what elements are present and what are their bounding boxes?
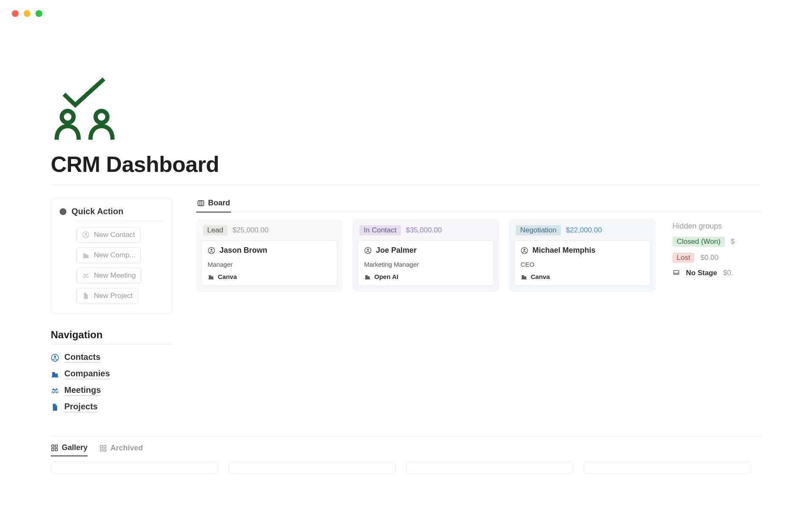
tab-archived[interactable]: Archived <box>99 443 143 456</box>
minimize-window-icon[interactable] <box>24 10 30 17</box>
nav-meetings[interactable]: Meetings <box>51 385 101 396</box>
new-company-button[interactable]: New Comp... <box>77 247 141 263</box>
svg-rect-30 <box>524 276 526 279</box>
svg-point-13 <box>52 388 54 390</box>
stage-amount-lead: $25,000.00 <box>233 226 269 235</box>
stage-amount-in-contact: $35,000.00 <box>406 226 442 235</box>
svg-rect-29 <box>522 275 524 279</box>
hidden-group-lost[interactable]: Lost $0.00 <box>672 253 753 263</box>
gallery-icon <box>99 444 107 452</box>
gallery-card[interactable] <box>406 461 573 474</box>
svg-point-6 <box>83 273 85 275</box>
svg-rect-12 <box>55 373 58 377</box>
person-circle-icon <box>364 247 372 254</box>
page-title: CRM Dashboard <box>51 152 761 177</box>
stage-pill-in-contact[interactable]: In Contact <box>359 225 401 235</box>
nav-contacts[interactable]: Contacts <box>51 352 101 363</box>
gallery-card[interactable] <box>584 461 751 474</box>
svg-rect-4 <box>83 254 86 258</box>
hidden-group-no-stage[interactable]: No Stage $0. <box>672 269 753 277</box>
svg-rect-25 <box>365 275 368 279</box>
stage-pill-lead[interactable]: Lead <box>203 225 228 235</box>
building-icon <box>364 273 371 280</box>
building-icon <box>521 273 527 280</box>
svg-point-10 <box>54 356 56 358</box>
nav-projects[interactable]: Projects <box>51 402 98 412</box>
card-name: Joe Palmer <box>376 246 417 255</box>
svg-rect-32 <box>55 445 58 447</box>
quick-action-header: Quick Action <box>71 207 123 216</box>
new-meeting-button[interactable]: New Meeting <box>77 268 141 284</box>
svg-rect-34 <box>55 448 58 450</box>
svg-point-24 <box>367 248 369 251</box>
building-icon <box>208 273 214 280</box>
inbox-icon <box>672 269 680 277</box>
svg-rect-36 <box>104 445 106 447</box>
board-card[interactable]: Joe Palmer Marketing Manager Open AI <box>358 240 494 286</box>
person-circle-icon <box>208 247 215 254</box>
card-role: CEO <box>521 261 644 268</box>
card-role: Marketing Manager <box>364 261 488 268</box>
svg-rect-16 <box>198 201 204 206</box>
stage-pill-negotiation[interactable]: Negotiation <box>516 225 561 235</box>
svg-rect-5 <box>86 255 88 258</box>
card-name: Jason Brown <box>219 246 267 255</box>
divider <box>51 185 761 185</box>
board-card[interactable]: Michael Memphis CEO Canva <box>514 240 650 286</box>
card-company: Open AI <box>374 273 398 280</box>
nav-companies[interactable]: Companies <box>51 369 110 379</box>
gallery-icon <box>51 444 58 452</box>
new-project-button[interactable]: New Project <box>77 288 138 304</box>
svg-rect-37 <box>100 449 102 451</box>
people-group-icon <box>82 272 90 279</box>
document-icon <box>51 403 59 411</box>
tab-board[interactable]: Board <box>196 199 231 213</box>
gallery-row <box>51 461 761 474</box>
svg-point-14 <box>56 388 58 390</box>
svg-point-28 <box>524 248 526 251</box>
board-column-negotiation: Negotiation $22,000.00 Michael Memphis C… <box>509 219 656 292</box>
svg-point-7 <box>87 273 88 275</box>
bottom-tabs: Gallery Archived <box>51 436 761 456</box>
page-icon[interactable] <box>51 72 761 140</box>
svg-rect-22 <box>211 276 213 279</box>
svg-point-3 <box>85 233 87 235</box>
svg-rect-11 <box>52 372 55 377</box>
people-group-icon <box>51 387 59 395</box>
gallery-card[interactable] <box>51 461 218 474</box>
svg-rect-21 <box>209 275 211 279</box>
board-icon <box>197 199 205 207</box>
maximize-window-icon[interactable] <box>36 10 42 17</box>
svg-rect-26 <box>368 276 370 279</box>
document-icon <box>82 292 90 300</box>
quick-action-card: Quick Action New Contact New Comp. <box>51 199 173 314</box>
hidden-groups-header: Hidden groups <box>672 222 753 231</box>
board-column-in-contact: In Contact $35,000.00 Joe Palmer Marketi… <box>353 219 499 292</box>
svg-rect-35 <box>100 445 102 447</box>
tab-gallery[interactable]: Gallery <box>51 443 88 456</box>
hidden-group-closed-won[interactable]: Closed (Won) $ <box>672 237 753 247</box>
svg-point-0 <box>62 111 74 123</box>
gallery-card[interactable] <box>228 461 396 474</box>
svg-point-8 <box>85 274 87 276</box>
card-company: Canva <box>531 273 550 280</box>
person-circle-icon <box>82 231 90 239</box>
board-column-lead: Lead $25,000.00 Jason Brown Manager <box>196 219 343 292</box>
hidden-groups: Hidden groups Closed (Won) $ Lost $0.00 … <box>672 219 753 283</box>
building-icon <box>82 251 90 259</box>
navigation-header: Navigation <box>51 329 173 344</box>
person-circle-icon <box>521 247 528 254</box>
new-contact-button[interactable]: New Contact <box>77 227 140 243</box>
bullet-icon <box>60 208 66 215</box>
svg-point-20 <box>211 248 213 251</box>
stage-amount-negotiation: $22,000.00 <box>566 226 602 235</box>
svg-rect-38 <box>104 449 106 451</box>
card-company: Canva <box>218 273 237 280</box>
svg-point-15 <box>54 389 56 391</box>
person-circle-icon <box>51 353 59 362</box>
svg-rect-31 <box>52 445 54 447</box>
svg-rect-33 <box>52 448 54 450</box>
board-card[interactable]: Jason Brown Manager Canva <box>201 240 337 286</box>
close-window-icon[interactable] <box>12 10 19 17</box>
svg-point-1 <box>96 111 107 123</box>
